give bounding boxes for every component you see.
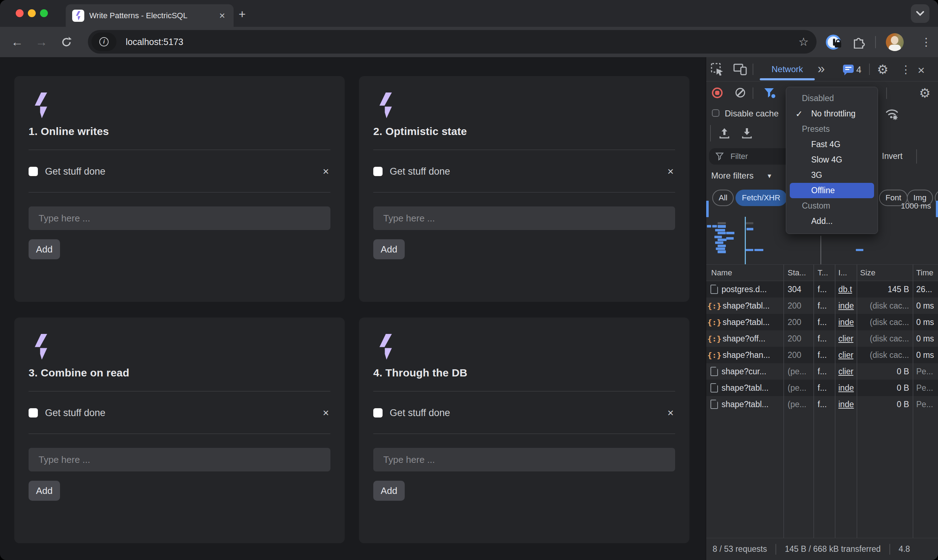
menu-item-fast-4g[interactable]: Fast 4G <box>786 137 878 152</box>
delete-todo-icon[interactable]: × <box>666 165 675 177</box>
separator <box>753 88 753 99</box>
delete-todo-icon[interactable]: × <box>321 165 331 177</box>
request-initiator-link[interactable]: inde <box>835 396 857 412</box>
request-initiator-link[interactable]: clier <box>835 363 857 380</box>
menu-item-add-custom[interactable]: Add... <box>786 214 878 229</box>
column-size[interactable]: Size <box>857 265 913 281</box>
filter-toggle-icon[interactable] <box>763 87 776 98</box>
todo-checkbox[interactable] <box>29 408 38 417</box>
menu-item-slow-4g[interactable]: Slow 4G <box>786 152 878 168</box>
new-todo-input[interactable] <box>373 206 675 230</box>
request-initiator-link[interactable]: clier <box>835 347 857 363</box>
delete-todo-icon[interactable]: × <box>321 407 331 419</box>
filter-chip-all[interactable]: All <box>712 190 733 206</box>
browser-tab[interactable]: Write Patterns - ElectricSQL × <box>66 4 234 27</box>
profile-avatar[interactable] <box>886 33 904 51</box>
new-tab-button[interactable]: + <box>238 8 246 20</box>
address-bar[interactable]: i localhost:5173 ☆ <box>88 30 817 54</box>
disable-cache-label[interactable]: Disable cache <box>725 109 779 118</box>
issues-icon[interactable] <box>843 65 854 73</box>
todo-checkbox[interactable] <box>373 408 383 417</box>
request-type-icon: {:} <box>710 317 719 327</box>
reload-button[interactable] <box>57 27 77 57</box>
todo-checkbox[interactable] <box>373 167 383 176</box>
bookmark-star-icon[interactable]: ☆ <box>798 35 809 49</box>
extensions-puzzle-icon[interactable] <box>851 35 866 50</box>
waterfall-bar <box>746 249 753 251</box>
import-har-icon[interactable] <box>718 127 730 139</box>
new-todo-input[interactable] <box>29 448 331 471</box>
column-name[interactable]: Name <box>706 265 783 281</box>
request-type-icon: {:} <box>710 350 719 360</box>
new-todo-input[interactable] <box>29 206 331 230</box>
table-row[interactable]: {:}shape?tabl... 200 f... inde (disk cac… <box>706 314 938 330</box>
record-network-log-button[interactable] <box>712 88 723 98</box>
table-row[interactable]: shape?tabl... (pe... f... inde 0 B Pe... <box>706 380 938 396</box>
filter-chip-fetch-xhr[interactable]: Fetch/XHR <box>735 190 787 206</box>
tab-close-icon[interactable]: × <box>217 11 227 21</box>
tab-network[interactable]: Network <box>760 57 815 82</box>
invert-filter-label[interactable]: Invert <box>882 151 903 161</box>
transferred-summary: 145 B / 668 kB transferred <box>785 544 881 554</box>
devtools-close-icon[interactable]: × <box>918 63 925 77</box>
export-har-icon[interactable] <box>741 127 753 139</box>
add-button[interactable]: Add <box>29 481 60 501</box>
table-row[interactable]: shape?tabl... (pe... f... inde 0 B Pe... <box>706 396 938 412</box>
menu-item-offline[interactable]: Offline <box>790 183 874 198</box>
device-toolbar-icon[interactable] <box>733 63 747 75</box>
filter-placeholder: Filter <box>730 152 748 161</box>
table-row[interactable]: {:}shape?off... 200 f... clier (disk cac… <box>706 330 938 347</box>
forward-button[interactable]: → <box>31 27 51 57</box>
overview-left-handle[interactable] <box>706 201 709 217</box>
request-initiator-link[interactable]: clier <box>835 330 857 347</box>
disable-cache-checkbox[interactable] <box>712 109 720 117</box>
more-filters-label[interactable]: More filters <box>711 171 754 181</box>
overview-right-handle[interactable] <box>936 201 938 217</box>
waterfall-bar <box>718 238 727 241</box>
add-button[interactable]: Add <box>373 481 405 501</box>
table-row[interactable]: postgres.d... 304 f... db.t 145 B 26... <box>706 281 938 297</box>
password-extension-icon[interactable] <box>826 35 841 50</box>
table-row[interactable]: shape?cur... (pe... f... clier 0 B Pe... <box>706 363 938 380</box>
issues-count[interactable]: 4 <box>856 64 861 75</box>
back-button[interactable]: ← <box>7 27 27 57</box>
close-window-button[interactable] <box>16 9 23 17</box>
request-initiator-link[interactable]: db.t <box>835 281 857 297</box>
column-initiator[interactable]: I... <box>835 265 857 281</box>
network-settings-gear-icon[interactable]: ⚙ <box>919 86 930 101</box>
menu-header-presets: Presets <box>786 122 878 137</box>
request-size: (disk cac... <box>857 330 913 347</box>
devtools-menu-icon[interactable]: ⋮ <box>901 63 911 76</box>
column-time[interactable]: Time <box>913 265 938 281</box>
table-row[interactable]: {:}shape?tabl... 200 f... inde (disk cac… <box>706 297 938 314</box>
column-type[interactable]: T... <box>813 265 835 281</box>
more-tabs-icon[interactable]: » <box>818 62 823 77</box>
new-todo-input[interactable] <box>373 448 675 471</box>
card-through-the-db: 4. Through the DB Get stuff done × Add <box>359 317 689 543</box>
add-button[interactable]: Add <box>29 239 60 259</box>
devtools-settings-gear-icon[interactable]: ⚙ <box>877 62 888 77</box>
menu-item-3g[interactable]: 3G <box>786 168 878 183</box>
request-type: f... <box>813 363 835 380</box>
browser-menu-icon[interactable]: ⋮ <box>917 27 935 57</box>
more-filters-caret-icon[interactable]: ▾ <box>767 171 771 180</box>
todo-checkbox[interactable] <box>29 167 38 176</box>
delete-todo-icon[interactable]: × <box>666 407 675 419</box>
tab-search-button[interactable] <box>911 4 929 23</box>
add-button[interactable]: Add <box>373 239 405 259</box>
request-initiator-link[interactable]: inde <box>835 297 857 314</box>
clear-network-log-icon[interactable] <box>735 88 745 97</box>
network-conditions-wifi-icon[interactable] <box>884 106 900 120</box>
minimize-window-button[interactable] <box>28 9 36 17</box>
devtools-panel: Network » 4 ⚙ ⋮ × g ⚙ Disable cache <box>706 57 938 560</box>
site-info-chip[interactable]: i <box>91 32 117 51</box>
divider <box>29 150 331 150</box>
inspect-element-icon[interactable] <box>710 63 724 76</box>
menu-item-no-throttling[interactable]: ✓No throttling <box>786 106 878 122</box>
request-initiator-link[interactable]: inde <box>835 314 857 330</box>
request-initiator-link[interactable]: inde <box>835 380 857 396</box>
url-text[interactable]: localhost:5173 <box>126 37 798 47</box>
table-row[interactable]: {:}shape?han... 200 f... clier (disk cac… <box>706 347 938 363</box>
zoom-window-button[interactable] <box>40 9 48 17</box>
column-status[interactable]: Sta... <box>783 265 813 281</box>
